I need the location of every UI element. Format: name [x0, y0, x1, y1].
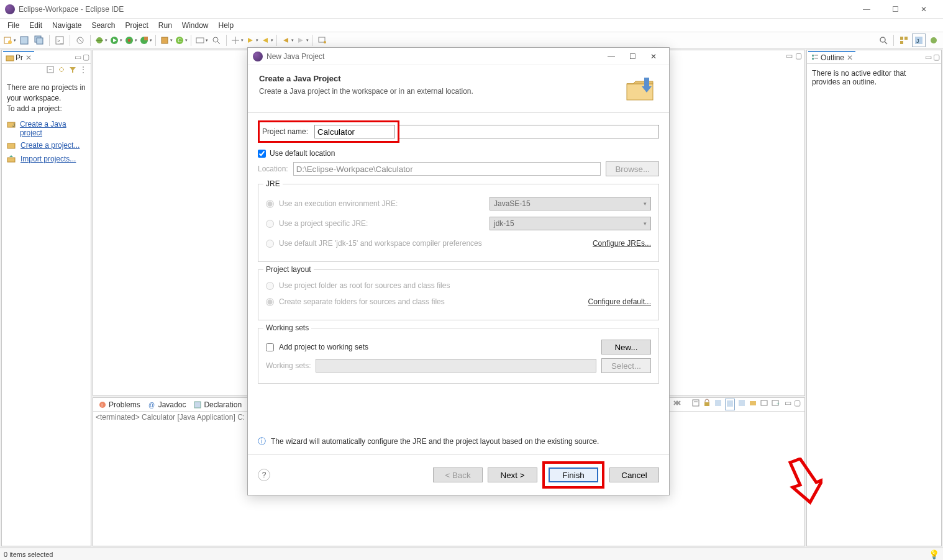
javadoc-label: Javadoc	[158, 400, 186, 409]
problems-tab[interactable]: ! Problems	[94, 399, 144, 410]
external-tools-icon[interactable]	[139, 34, 152, 47]
toggle-mark-icon[interactable]	[230, 34, 244, 47]
quick-access-icon[interactable]	[877, 34, 890, 47]
open-perspective-icon[interactable]	[897, 34, 911, 47]
open-type-icon[interactable]	[194, 34, 208, 47]
remove-all-icon[interactable]	[673, 399, 681, 410]
next-button[interactable]: Next >	[488, 467, 537, 482]
jre-specific-radio[interactable]	[266, 220, 274, 228]
bottom-minimize-icon[interactable]: ▭	[785, 399, 791, 410]
bottom-maximize-icon[interactable]: ▢	[794, 399, 801, 410]
scroll-lock-icon[interactable]	[703, 399, 711, 410]
forward-icon[interactable]	[295, 34, 309, 47]
dialog-minimize-button[interactable]: —	[601, 49, 622, 64]
pin-editor-icon[interactable]	[316, 34, 329, 47]
help-button[interactable]: ?	[258, 469, 270, 481]
open-console-icon[interactable]	[760, 399, 768, 410]
new-console-view-icon[interactable]: +	[771, 399, 780, 410]
ws-select-button: Select...	[601, 358, 651, 373]
debug-icon[interactable]	[94, 34, 107, 47]
ws-new-button[interactable]: New...	[601, 340, 651, 355]
outline-close-icon[interactable]: ✕	[847, 53, 853, 62]
editor-minimize-icon[interactable]: ▭	[786, 52, 793, 60]
dialog-maximize-button[interactable]: ☐	[622, 49, 643, 64]
link-editor-icon[interactable]	[57, 65, 66, 74]
view-maximize-icon[interactable]: ▢	[83, 53, 89, 61]
menu-navigate[interactable]: Navigate	[47, 20, 86, 31]
menu-search[interactable]: Search	[86, 20, 120, 31]
import-projects-link[interactable]: Import projects...	[20, 155, 76, 163]
clear-console-icon[interactable]	[691, 399, 700, 410]
skip-breakpoints-icon[interactable]	[73, 34, 87, 47]
configure-jres-link[interactable]: Configure JREs...	[593, 239, 651, 248]
new-project-icon	[7, 141, 17, 151]
next-annotation-icon[interactable]	[245, 34, 258, 47]
svg-marker-27	[283, 38, 288, 43]
prev-annotation-icon[interactable]	[260, 34, 273, 47]
display-console-icon[interactable]	[749, 399, 757, 410]
save-all-icon[interactable]	[32, 34, 46, 47]
minimize-button[interactable]: —	[852, 0, 881, 19]
layout-separate-radio[interactable]	[266, 298, 274, 306]
layout-root-radio[interactable]	[266, 282, 274, 290]
new-java-project-icon: J	[7, 120, 16, 130]
menu-help[interactable]: Help	[214, 20, 239, 31]
jre-default-radio[interactable]	[266, 240, 274, 248]
tip-icon[interactable]: 💡	[929, 549, 939, 559]
editor-maximize-icon[interactable]: ▢	[795, 52, 802, 60]
new-icon[interactable]	[2, 34, 16, 47]
new-type-icon[interactable]: C	[174, 34, 188, 47]
project-explorer-close-icon[interactable]: ✕	[25, 53, 32, 62]
jre-env-select[interactable]: JavaSE-15	[490, 197, 651, 210]
word-wrap-icon[interactable]	[714, 399, 722, 410]
ws-checkbox[interactable]	[266, 343, 274, 351]
jre-env-radio[interactable]	[266, 200, 274, 208]
save-icon[interactable]	[17, 34, 31, 47]
view-menu-icon[interactable]: ⋮	[80, 65, 88, 74]
show-console-icon[interactable]	[725, 399, 735, 410]
menu-edit[interactable]: Edit	[24, 20, 47, 31]
project-name-input[interactable]	[314, 125, 395, 138]
view-minimize-icon[interactable]: ▭	[75, 53, 81, 61]
java-perspective-icon[interactable]: J	[912, 34, 926, 47]
search-icon[interactable]	[209, 34, 223, 47]
configure-default-link[interactable]: Configure default...	[588, 297, 651, 306]
debug-perspective-icon[interactable]	[927, 34, 941, 47]
collapse-all-icon[interactable]	[46, 65, 55, 74]
dialog-close-button[interactable]: ✕	[643, 49, 664, 64]
menu-run[interactable]: Run	[153, 20, 177, 31]
svg-rect-70	[812, 55, 814, 56]
menubar: File Edit Navigate Search Project Run Wi…	[0, 19, 943, 32]
jre-specific-select[interactable]: jdk-15	[490, 217, 651, 230]
create-project-link[interactable]: Create a project...	[20, 141, 80, 150]
svg-text:!: !	[101, 402, 102, 408]
new-package-icon[interactable]	[159, 34, 173, 47]
outline-tab[interactable]: Outline ✕	[808, 51, 855, 63]
finish-button[interactable]: Finish	[549, 467, 598, 482]
use-default-location-checkbox[interactable]	[258, 150, 266, 158]
menu-project[interactable]: Project	[120, 20, 153, 31]
project-explorer-tab[interactable]: Pr ✕	[3, 51, 34, 63]
svg-rect-51	[194, 402, 201, 408]
terminal-icon[interactable]: >_	[53, 34, 66, 47]
menu-window[interactable]: Window	[177, 20, 214, 31]
filter-icon[interactable]	[68, 65, 77, 74]
maximize-button[interactable]: ☐	[881, 0, 909, 19]
menu-file[interactable]: File	[2, 20, 24, 31]
project-explorer-icon	[6, 53, 14, 62]
declaration-tab[interactable]: Declaration	[189, 399, 245, 410]
pin-console-icon[interactable]	[737, 399, 746, 410]
cancel-button[interactable]: Cancel	[609, 467, 659, 482]
run-icon[interactable]	[109, 34, 122, 47]
svg-marker-25	[248, 38, 253, 43]
jre-specific-label: Use a project specific JRE:	[279, 219, 368, 228]
project-name-input-ext[interactable]	[399, 125, 659, 138]
outline-minimize-icon[interactable]: ▭	[925, 53, 932, 61]
back-icon[interactable]	[280, 34, 294, 47]
create-java-project-link[interactable]: Create a Java project	[20, 120, 86, 137]
project-name-label: Project name:	[262, 127, 308, 136]
outline-maximize-icon[interactable]: ▢	[933, 53, 940, 61]
javadoc-tab[interactable]: @ Javadoc	[144, 399, 190, 410]
coverage-icon[interactable]	[124, 34, 137, 47]
close-button[interactable]: ✕	[909, 0, 938, 19]
